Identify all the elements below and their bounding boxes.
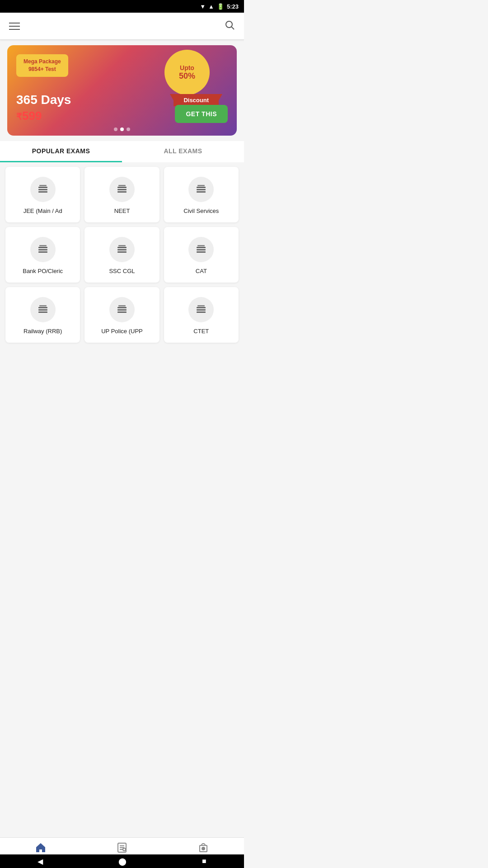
svg-rect-11 bbox=[197, 189, 206, 190]
svg-rect-28 bbox=[38, 311, 47, 313]
exam-card-railway[interactable]: Railway (RRB) bbox=[5, 287, 80, 343]
svg-rect-18 bbox=[117, 247, 127, 248]
banner-offer-text: 365 Days ₹599 bbox=[16, 93, 71, 123]
tab-all-exams[interactable]: ALL EXAMS bbox=[122, 141, 244, 162]
svg-rect-27 bbox=[38, 309, 47, 311]
svg-rect-12 bbox=[197, 191, 206, 193]
mega-package-badge: Mega Package 9854+ Test bbox=[16, 54, 68, 77]
svg-rect-15 bbox=[38, 249, 47, 250]
svg-rect-7 bbox=[117, 189, 127, 190]
svg-rect-29 bbox=[39, 305, 47, 307]
civil-services-icon bbox=[188, 177, 214, 202]
banner-price: ₹599 bbox=[16, 109, 71, 123]
promo-banner[interactable]: Mega Package 9854+ Test Upto 50% Discoun… bbox=[7, 45, 237, 136]
exam-card-civil-services[interactable]: Civil Services bbox=[164, 167, 239, 222]
svg-rect-33 bbox=[118, 305, 126, 307]
svg-rect-9 bbox=[118, 185, 126, 186]
ctet-label: CTET bbox=[193, 328, 209, 335]
svg-rect-24 bbox=[197, 251, 206, 253]
cat-icon bbox=[188, 237, 214, 262]
exam-card-bank-po[interactable]: Bank PO/Cleric bbox=[5, 227, 80, 283]
exam-card-neet[interactable]: NEET bbox=[84, 167, 159, 222]
svg-rect-36 bbox=[197, 311, 206, 313]
svg-rect-2 bbox=[38, 187, 47, 188]
svg-rect-16 bbox=[38, 251, 47, 253]
svg-rect-22 bbox=[197, 247, 206, 248]
dot-3 bbox=[127, 127, 130, 131]
jee-label: JEE (Main / Ad bbox=[23, 208, 62, 214]
svg-rect-31 bbox=[117, 309, 127, 311]
up-police-icon bbox=[109, 297, 135, 322]
status-bar: ▼ ▲ 🔋 5:23 bbox=[0, 0, 244, 13]
bank-po-icon bbox=[30, 237, 56, 262]
discount-circle: Upto 50% bbox=[164, 50, 210, 95]
ssc-cgl-icon bbox=[109, 237, 135, 262]
neet-label: NEET bbox=[114, 208, 130, 214]
svg-rect-25 bbox=[197, 245, 205, 246]
svg-rect-4 bbox=[38, 191, 47, 193]
up-police-label: UP Police (UPP bbox=[101, 328, 143, 335]
ssc-cgl-label: SSC CGL bbox=[109, 268, 135, 274]
svg-point-0 bbox=[226, 21, 232, 28]
svg-rect-23 bbox=[197, 249, 206, 250]
bank-po-label: Bank PO/Cleric bbox=[23, 268, 63, 274]
wifi-icon: ▼ bbox=[200, 3, 206, 10]
dot-1 bbox=[114, 127, 117, 131]
time-display: 5:23 bbox=[227, 3, 239, 10]
svg-rect-6 bbox=[117, 187, 127, 188]
exam-grid: JEE (Main / Ad NEET bbox=[0, 162, 244, 347]
svg-rect-14 bbox=[38, 247, 47, 248]
civil-services-label: Civil Services bbox=[183, 208, 219, 214]
svg-line-1 bbox=[232, 27, 235, 29]
svg-rect-20 bbox=[117, 251, 127, 253]
ctet-icon bbox=[188, 297, 214, 322]
banner-pagination bbox=[114, 127, 130, 131]
svg-rect-30 bbox=[117, 307, 127, 308]
jee-icon bbox=[30, 177, 56, 202]
svg-rect-34 bbox=[197, 307, 206, 308]
exam-card-ctet[interactable]: CTET bbox=[164, 287, 239, 343]
exam-card-ssc-cgl[interactable]: SSC CGL bbox=[84, 227, 159, 283]
svg-rect-10 bbox=[197, 187, 206, 188]
cat-label: CAT bbox=[196, 268, 207, 274]
exam-tabs: POPULAR EXAMS ALL EXAMS bbox=[0, 141, 244, 162]
svg-rect-35 bbox=[197, 309, 206, 311]
signal-icon: ▲ bbox=[208, 3, 214, 10]
discount-ribbon: Discount bbox=[174, 94, 219, 106]
search-button[interactable] bbox=[224, 19, 235, 33]
svg-rect-13 bbox=[197, 185, 205, 186]
app-header bbox=[0, 13, 244, 40]
battery-icon: 🔋 bbox=[217, 3, 224, 10]
menu-button[interactable] bbox=[9, 23, 20, 30]
tab-popular-exams[interactable]: POPULAR EXAMS bbox=[0, 141, 122, 162]
svg-rect-17 bbox=[39, 245, 47, 246]
main-content: Mega Package 9854+ Test Upto 50% Discoun… bbox=[0, 45, 244, 392]
svg-rect-21 bbox=[118, 245, 126, 246]
exam-card-cat[interactable]: CAT bbox=[164, 227, 239, 283]
get-this-button[interactable]: GET THIS bbox=[175, 105, 228, 123]
svg-rect-37 bbox=[197, 305, 205, 307]
exam-card-up-police[interactable]: UP Police (UPP bbox=[84, 287, 159, 343]
neet-icon bbox=[109, 177, 135, 202]
svg-rect-32 bbox=[117, 311, 127, 313]
dot-2 bbox=[120, 127, 124, 131]
svg-rect-26 bbox=[38, 307, 47, 308]
svg-rect-8 bbox=[117, 191, 127, 193]
svg-rect-3 bbox=[38, 189, 47, 190]
exam-card-jee[interactable]: JEE (Main / Ad bbox=[5, 167, 80, 222]
status-icons: ▼ ▲ 🔋 5:23 bbox=[200, 3, 239, 10]
svg-rect-19 bbox=[117, 249, 127, 250]
railway-icon bbox=[30, 297, 56, 322]
svg-rect-5 bbox=[39, 185, 47, 186]
railway-label: Railway (RRB) bbox=[23, 328, 62, 335]
